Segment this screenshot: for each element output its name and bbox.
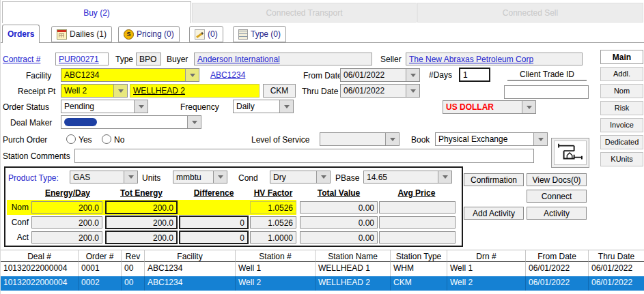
nom-tot-energy[interactable]: 200.0: [105, 201, 178, 214]
units-select[interactable]: mmbtu: [173, 171, 227, 183]
tab-connected-transport[interactable]: Connected Transport: [192, 3, 417, 23]
contract-number-field[interactable]: PUR00271: [55, 53, 109, 65]
tab-orders[interactable]: Orders: [2, 25, 40, 43]
thru-date-select[interactable]: 06/01/2022: [340, 84, 420, 98]
cell-deal: 10132022000004: [1, 262, 79, 276]
side-tab-kunits[interactable]: KUnits: [600, 152, 643, 166]
tab-dailies[interactable]: Dailies (1): [51, 26, 112, 42]
book-select[interactable]: Physical Exchange: [435, 132, 548, 146]
row-label-nom: Nom: [7, 203, 29, 212]
product-type-select[interactable]: GAS: [70, 171, 138, 183]
level-of-service-label: Level of Service: [251, 135, 309, 145]
conf-tot-energy: 200.0: [105, 216, 178, 229]
cell-station-type: CKM: [391, 276, 447, 291]
activity-button[interactable]: Activity: [527, 207, 587, 220]
tab-pricing-label: Pricing (0): [137, 29, 174, 39]
tab-buy[interactable]: Buy (2): [2, 1, 191, 23]
act-total-value: 0.00: [300, 231, 378, 244]
col-tot-energy: Tot Energy: [105, 188, 178, 198]
act-avg-price: [379, 231, 456, 244]
receipt-station-name-field[interactable]: WELLHEAD 2: [130, 84, 260, 98]
grid-header-order[interactable]: Order #: [79, 250, 122, 262]
add-activity-button[interactable]: Add Activity: [464, 207, 524, 220]
tab-buy-label: Buy (2): [83, 8, 110, 18]
purch-order-yes-radio[interactable]: [66, 134, 76, 144]
order-status-select[interactable]: Pending: [61, 100, 148, 113]
cell-deal: 10132022000004: [1, 276, 79, 291]
client-trade-id-label: Client Trade ID: [507, 70, 587, 80]
buyer-field[interactable]: Anderson International: [194, 53, 372, 65]
tab-notes[interactable]: (0): [189, 26, 223, 42]
pencil-icon: [195, 29, 205, 40]
cond-select[interactable]: Dry: [270, 171, 331, 183]
side-tab-invoice[interactable]: Invoice: [600, 118, 643, 132]
frequency-value: Daily: [234, 100, 279, 113]
chevron-down-icon: [533, 133, 547, 145]
tab-connected-sell[interactable]: Connected Sell: [417, 3, 643, 23]
grid-header-station-name[interactable]: Station Name: [316, 250, 391, 262]
grid-header-drn[interactable]: Drn #: [447, 250, 526, 262]
product-section: Product Type: GAS Units mmbtu Cond Dry P…: [4, 166, 463, 247]
chevron-down-icon: [187, 116, 201, 128]
book-value: Physical Exchange: [436, 133, 533, 145]
side-tab-addl[interactable]: Addl.: [600, 67, 643, 81]
notepad-icon: [238, 29, 248, 40]
act-energy-day: 200.0: [31, 231, 102, 244]
days-field[interactable]: 1: [459, 68, 490, 82]
from-date-select[interactable]: 06/01/2022: [340, 68, 420, 82]
side-tab-risk[interactable]: Risk: [600, 101, 643, 115]
conf-hv-factor: 1.0526: [250, 216, 296, 229]
level-of-service-select[interactable]: [320, 132, 400, 146]
conf-energy-day: 200.0: [31, 216, 102, 229]
side-tab-dedicated[interactable]: Dedicated: [600, 135, 643, 149]
contract-number-value[interactable]: PUR00271: [59, 55, 99, 64]
nom-energy-day[interactable]: 200.0: [31, 201, 102, 214]
act-difference: 0: [179, 231, 249, 244]
table-row[interactable]: 10132022000004 0001 00 ABC1234 Well 1 WE…: [1, 262, 644, 276]
deal-maker-select[interactable]: [61, 115, 201, 129]
side-tab-nom[interactable]: Nom: [600, 84, 643, 98]
calendar-icon: [57, 29, 67, 40]
pipeline-diagram-button[interactable]: [551, 138, 589, 168]
deal-maker-value: [61, 116, 187, 128]
cell-facility: ABC1234: [145, 262, 236, 276]
book-label: Book: [411, 135, 430, 145]
currency-value: US DOLLAR: [443, 101, 522, 113]
client-trade-id-input[interactable]: [504, 85, 589, 99]
frequency-select[interactable]: Daily: [233, 100, 294, 113]
tab-pricing[interactable]: S Pricing (0): [118, 26, 180, 42]
grid-header-thru-date[interactable]: Thru Date: [589, 250, 644, 262]
currency-select[interactable]: US DOLLAR: [443, 100, 536, 114]
confirmation-button[interactable]: Confirmation: [464, 173, 524, 186]
table-row-selected[interactable]: 10132022000004 0002 00 ABC1234 Well 2 WE…: [1, 276, 644, 291]
grid-header-station-type[interactable]: Station Type: [391, 250, 447, 262]
nom-avg-price: [379, 201, 456, 214]
contract-number-link[interactable]: Contract #: [3, 55, 40, 64]
view-docs-button[interactable]: View Docs(0): [527, 173, 587, 186]
grid-header-deal[interactable]: Deal #: [1, 250, 79, 262]
station-comments-input[interactable]: [74, 149, 534, 163]
cell-order: 0001: [79, 262, 122, 276]
grid-header-rev[interactable]: Rev: [122, 250, 145, 262]
tab-type[interactable]: Type (0): [233, 26, 286, 42]
grid-header-facility[interactable]: Facility: [145, 250, 236, 262]
seller-link[interactable]: The New Abraxas Petroleum Corp: [409, 55, 533, 64]
facility-link[interactable]: ABC1234: [210, 70, 245, 80]
facility-select[interactable]: ABC1234: [61, 68, 199, 82]
buyer-link[interactable]: Anderson International: [197, 55, 280, 64]
grid-header-from-date[interactable]: From Date: [526, 250, 589, 262]
receipt-station-name[interactable]: WELLHEAD 2: [133, 86, 185, 95]
cell-facility: ABC1234: [145, 276, 236, 291]
connect-button[interactable]: Connect: [527, 190, 587, 203]
side-tab-main[interactable]: Main: [600, 50, 643, 64]
receipt-pt-select[interactable]: Well 2: [61, 84, 128, 98]
seller-field[interactable]: The New Abraxas Petroleum Corp: [406, 53, 583, 65]
nom-hv-factor[interactable]: 1.0526: [250, 201, 296, 214]
pbase-select[interactable]: 14.65: [363, 171, 452, 183]
purch-order-no-label: No: [114, 135, 124, 145]
order-entry-window: Buy (2) Connected Transport Connected Se…: [0, 0, 644, 294]
deal-maker-redacted-value: [64, 118, 97, 126]
purch-order-no-radio[interactable]: [102, 134, 111, 144]
grid-header-station-number[interactable]: Station #: [236, 250, 316, 262]
deals-grid: Deal # Order # Rev Facility Station # St…: [1, 250, 644, 291]
